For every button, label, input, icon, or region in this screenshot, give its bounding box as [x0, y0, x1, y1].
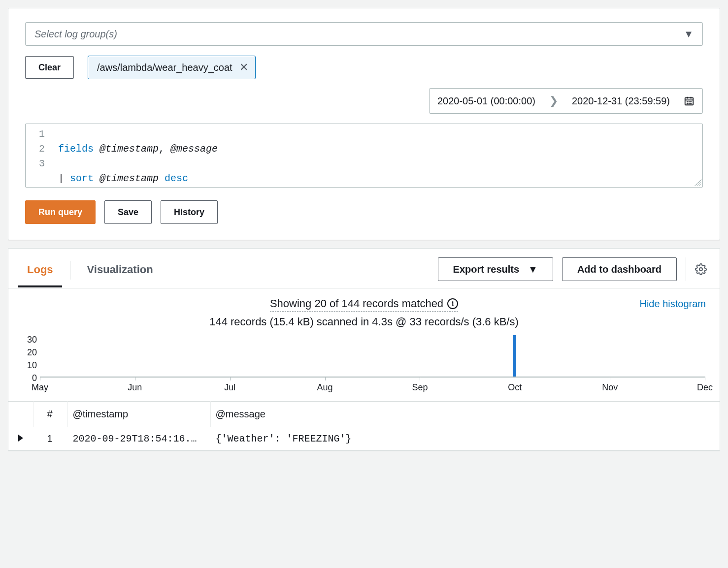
col-message[interactable]: @message	[210, 402, 720, 427]
svg-point-7	[687, 103, 688, 104]
save-button[interactable]: Save	[104, 200, 152, 224]
table-row[interactable]: 12020-09-29T18:54:16.…{'Weather': 'FREEZ…	[8, 427, 720, 451]
x-tick	[230, 377, 231, 380]
x-tick-label: Dec	[697, 382, 713, 393]
col-timestamp[interactable]: @timestamp	[67, 402, 210, 427]
histogram-bar[interactable]	[513, 335, 516, 377]
results-panel: Logs Visualization Export results ▼ Add …	[8, 248, 720, 451]
log-group-chip: /aws/lambda/wear_heavy_coat ✕	[88, 56, 256, 79]
svg-point-8	[689, 103, 689, 104]
add-to-dashboard-button[interactable]: Add to dashboard	[562, 257, 677, 281]
close-icon[interactable]: ✕	[239, 62, 248, 73]
x-tick	[135, 377, 135, 380]
action-row: Run query Save History	[25, 200, 703, 224]
editor-code: fields @timestamp, @message | sort @time…	[53, 124, 223, 187]
log-group-chip-label: /aws/lambda/wear_heavy_coat	[97, 62, 232, 73]
tab-visualization[interactable]: Visualization	[81, 258, 159, 287]
tab-logs[interactable]: Logs	[21, 258, 59, 287]
x-tick	[610, 377, 610, 380]
resize-handle[interactable]	[695, 179, 701, 186]
y-tick: 30	[17, 335, 37, 347]
date-range-picker[interactable]: 2020-05-01 (00:00:00) ❯ 2020-12-31 (23:5…	[429, 88, 703, 114]
x-tick-label: May	[32, 382, 48, 393]
histogram-chart: 30 20 10 0 MayJunJulAugSepOctNovDec	[8, 332, 720, 395]
y-tick: 10	[17, 360, 37, 373]
chevron-right-icon: ❯	[549, 95, 558, 107]
calendar-icon	[684, 95, 695, 106]
y-axis-labels: 30 20 10 0	[17, 335, 37, 386]
x-tick-label: Nov	[602, 382, 618, 393]
x-tick	[515, 377, 515, 380]
line-number: 2	[26, 142, 45, 157]
clear-button[interactable]: Clear	[25, 56, 74, 79]
line-number: 3	[26, 157, 45, 171]
query-editor[interactable]: 1 2 3 fields @timestamp, @message | sort…	[25, 124, 703, 188]
x-tick-label: Jun	[128, 382, 142, 393]
x-tick	[420, 377, 420, 380]
summary-line2: 144 records (15.4 kB) scanned in 4.3s @ …	[8, 316, 720, 328]
x-tick	[40, 377, 40, 380]
date-from: 2020-05-01 (00:00:00)	[437, 95, 535, 107]
line-number: 1	[26, 127, 45, 142]
x-axis	[40, 377, 705, 378]
tabs-right: Export results ▼ Add to dashboard	[438, 257, 707, 288]
svg-point-4	[687, 101, 688, 102]
hide-histogram-link[interactable]: Hide histogram	[639, 298, 706, 310]
tab-divider	[70, 261, 70, 280]
tabs-bar: Logs Visualization Export results ▼ Add …	[8, 249, 720, 288]
info-icon[interactable]: i	[447, 298, 458, 309]
summary-line1: Showing 20 of 144 records matched	[270, 297, 443, 310]
history-button[interactable]: History	[161, 200, 218, 224]
results-summary: Hide histogram Showing 20 of 144 records…	[8, 288, 720, 332]
svg-point-5	[689, 101, 689, 102]
date-to: 2020-12-31 (23:59:59)	[572, 95, 670, 107]
editor-gutter: 1 2 3	[26, 124, 53, 187]
export-results-label: Export results	[453, 264, 519, 275]
log-group-select-placeholder: Select log group(s)	[34, 29, 117, 40]
x-tick-label: Jul	[224, 382, 235, 393]
x-tick	[325, 377, 326, 380]
chevron-down-icon: ▼	[528, 264, 538, 275]
export-results-button[interactable]: Export results ▼	[438, 257, 553, 281]
row-index: 1	[33, 427, 67, 451]
x-tick	[705, 377, 705, 380]
results-table: # @timestamp @message 12020-09-29T18:54:…	[8, 401, 720, 450]
x-tick-label: Aug	[317, 382, 333, 393]
log-group-select[interactable]: Select log group(s) ▼	[25, 22, 703, 46]
col-hash[interactable]: #	[33, 402, 67, 427]
x-tick-label: Sep	[412, 382, 428, 393]
svg-point-9	[691, 103, 691, 104]
row-timestamp: 2020-09-29T18:54:16.…	[67, 427, 210, 451]
svg-point-6	[691, 101, 691, 102]
svg-point-10	[699, 268, 702, 271]
date-row: 2020-05-01 (00:00:00) ❯ 2020-12-31 (23:5…	[25, 88, 703, 114]
y-tick: 20	[17, 347, 37, 360]
col-expand	[8, 402, 33, 427]
expand-row-icon[interactable]	[18, 435, 23, 442]
x-tick-label: Oct	[508, 382, 522, 393]
chips-row: Clear /aws/lambda/wear_heavy_coat ✕	[25, 56, 703, 79]
query-panel: Select log group(s) ▼ Clear /aws/lambda/…	[8, 8, 720, 240]
chevron-down-icon: ▼	[684, 29, 694, 40]
gear-icon[interactable]	[686, 257, 707, 281]
row-message: {'Weather': 'FREEZING'}	[210, 427, 720, 451]
run-query-button[interactable]: Run query	[25, 200, 96, 224]
